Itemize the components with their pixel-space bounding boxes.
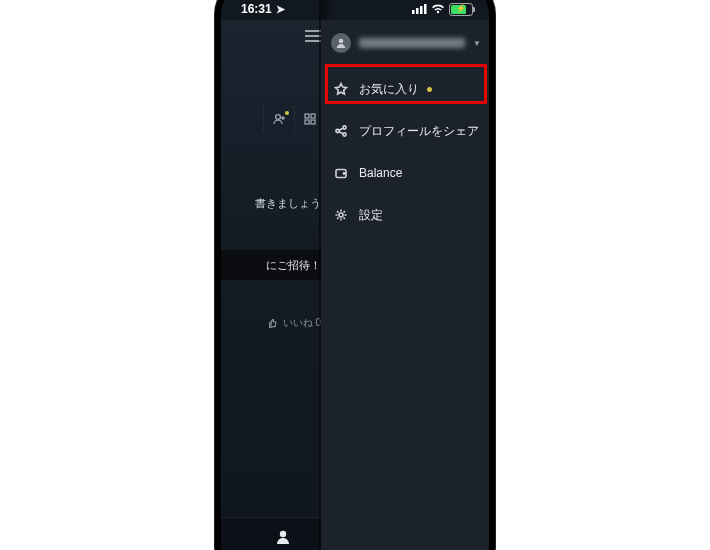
add-user-button[interactable] <box>263 106 294 132</box>
phone-frame: 16:31 ➤ ⚡ <box>215 0 495 550</box>
badge-dot <box>427 87 432 92</box>
wallet-icon <box>333 166 349 180</box>
star-icon <box>333 82 349 96</box>
profile-action-row <box>263 106 325 132</box>
menu-item-favorites-label: お気に入り <box>359 81 419 98</box>
svg-rect-6 <box>311 114 315 118</box>
menu-item-settings[interactable]: 設定 <box>321 194 489 236</box>
badge-dot <box>285 111 289 115</box>
likes-label: いいね 0 <box>283 316 321 330</box>
phone-screen: 16:31 ➤ ⚡ <box>221 0 489 550</box>
menu-item-settings-label: 設定 <box>359 207 383 224</box>
status-bar: 16:31 ➤ ⚡ <box>221 0 489 26</box>
chevron-down-icon: ▼ <box>473 39 481 48</box>
wifi-icon <box>431 4 445 14</box>
signal-icon <box>412 4 427 14</box>
status-time: 16:31 <box>241 2 272 16</box>
svg-point-17 <box>339 213 343 217</box>
invite-banner[interactable]: にご招待！ <box>221 250 331 280</box>
svg-rect-8 <box>311 120 315 124</box>
svg-point-16 <box>343 173 344 174</box>
tab-mypage[interactable]: マイページ <box>232 518 333 550</box>
avatar <box>331 33 351 53</box>
svg-rect-2 <box>420 6 423 14</box>
likes-row[interactable]: いいね 0 <box>268 316 321 330</box>
menu-item-favorites[interactable]: お気に入り <box>321 68 489 110</box>
profile-row[interactable]: ▼ <box>321 20 489 66</box>
svg-rect-5 <box>305 114 309 118</box>
compose-prompt[interactable]: 書きましょう <box>255 196 321 211</box>
person-circle-icon <box>335 37 347 49</box>
svg-rect-0 <box>412 10 415 14</box>
menu-item-balance[interactable]: Balance <box>321 152 489 194</box>
side-drawer: ▼ お気に入り プロフィールをシェア <box>321 20 489 550</box>
svg-point-14 <box>343 133 346 136</box>
svg-point-4 <box>276 115 281 120</box>
svg-point-10 <box>279 530 285 536</box>
location-arrow-icon: ➤ <box>276 3 285 16</box>
status-right: ⚡ <box>412 3 473 16</box>
menu-item-share-label: プロフィールをシェア <box>359 123 479 140</box>
svg-point-13 <box>343 126 346 129</box>
tab-bar: メッセージ マイページ <box>221 517 333 550</box>
svg-point-11 <box>339 39 344 44</box>
username <box>359 38 465 48</box>
invite-text: にご招待！ <box>266 258 321 273</box>
svg-rect-3 <box>424 4 427 14</box>
svg-rect-1 <box>416 8 419 14</box>
svg-point-12 <box>336 129 339 132</box>
menu-item-share[interactable]: プロフィールをシェア <box>321 110 489 152</box>
gear-icon <box>333 208 349 222</box>
tab-messages[interactable]: メッセージ <box>221 518 232 550</box>
share-icon <box>333 124 349 138</box>
battery-charging-icon: ⚡ <box>449 3 473 16</box>
underlying-app: 書きましょう にご招待！ いいね 0 メッセージ マイページ <box>221 20 331 550</box>
svg-rect-7 <box>305 120 309 124</box>
drawer-menu: お気に入り プロフィールをシェア Balance <box>321 66 489 236</box>
menu-item-balance-label: Balance <box>359 166 402 180</box>
stage: 16:31 ➤ ⚡ <box>0 0 710 550</box>
hamburger-button[interactable] <box>303 26 323 46</box>
person-icon <box>274 528 292 546</box>
status-left: 16:31 ➤ <box>241 2 285 16</box>
